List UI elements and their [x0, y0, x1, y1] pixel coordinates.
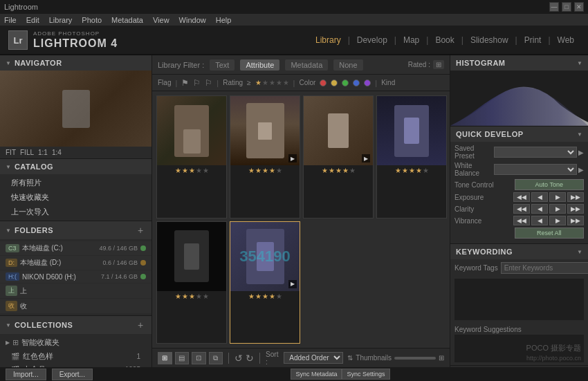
right-panel: Histogram ▼: [450, 55, 588, 367]
window-controls[interactable]: — □ ✕: [549, 2, 584, 12]
menu-help[interactable]: Help: [216, 16, 232, 24]
maximize-button[interactable]: □: [562, 2, 571, 12]
app-title: Lightroom: [4, 3, 38, 11]
navigator-header[interactable]: ▼ Navigator: [0, 55, 151, 71]
folder-collect[interactable]: 收 收: [0, 299, 151, 313]
sort-direction-button[interactable]: ⇅: [347, 354, 353, 362]
survey-view-button[interactable]: ⧉: [209, 352, 223, 364]
vib-dbl-plus[interactable]: ▶▶: [567, 216, 584, 225]
module-print[interactable]: Print: [519, 32, 547, 48]
wb-arrow[interactable]: ▶: [578, 166, 584, 174]
rotate-left-button[interactable]: ↺: [235, 353, 243, 364]
expand-button[interactable]: ⊞: [433, 60, 444, 69]
catalog-last-import[interactable]: 上一次导入: [0, 205, 151, 219]
menu-file[interactable]: File: [4, 16, 17, 24]
keyword-input[interactable]: [501, 262, 588, 274]
nav-1-1[interactable]: 1:1: [38, 149, 48, 156]
rotate-right-button[interactable]: ↻: [246, 353, 254, 364]
nav-fit[interactable]: FIT: [6, 149, 16, 156]
preset-select[interactable]: [494, 147, 577, 158]
photo-cell-1[interactable]: ★ ★ ★ ★ ★: [156, 95, 227, 219]
collection-group-smart[interactable]: ▶ ⊞ 智能收藏夹: [0, 335, 151, 350]
folders-add-button[interactable]: +: [135, 225, 146, 236]
tone-label: Tone Control: [454, 181, 515, 189]
nav-1-4[interactable]: 1:4: [52, 149, 62, 156]
photo-arrow-6: ▶: [288, 280, 297, 288]
menu-view[interactable]: View: [153, 16, 169, 24]
close-button[interactable]: ✕: [574, 2, 584, 12]
color-blue[interactable]: [353, 80, 360, 86]
collection-red[interactable]: 🎬 红色色样 1: [0, 350, 151, 363]
reject-icon[interactable]: ⚐: [205, 78, 212, 88]
folder-up[interactable]: 上 上: [0, 284, 151, 298]
module-library[interactable]: Library: [310, 32, 347, 48]
exposure-dbl-plus[interactable]: ▶▶: [567, 192, 584, 202]
menu-photo[interactable]: Photo: [82, 16, 102, 24]
exposure-minus[interactable]: ◀: [531, 192, 548, 202]
sort-select[interactable]: Added Order: [284, 352, 343, 364]
collections-add-button[interactable]: +: [135, 319, 146, 331]
module-book[interactable]: Book: [430, 32, 459, 48]
clarity-plus[interactable]: ▶: [549, 204, 566, 214]
reset-all-button[interactable]: Reset All: [515, 227, 585, 239]
module-develop[interactable]: Develop: [351, 32, 393, 48]
minimize-button[interactable]: —: [549, 2, 559, 12]
import-button[interactable]: Import...: [6, 369, 46, 380]
menu-window[interactable]: Window: [179, 16, 206, 24]
photo-stars-1: ★ ★ ★ ★ ★: [175, 165, 209, 176]
photo-cell-5[interactable]: ★ ★ ★ ★ ★: [156, 221, 227, 344]
quick-develop-header[interactable]: Quick Develop ▼: [450, 127, 588, 142]
grid-view-button[interactable]: ⊞: [158, 352, 172, 364]
catalog-quick-collection[interactable]: 快速收藏夹: [0, 190, 151, 205]
flag-icon[interactable]: ⚑: [181, 78, 189, 88]
unflag-icon[interactable]: ⚐: [193, 78, 201, 88]
folder-indicator-c: [140, 245, 146, 251]
menu-library[interactable]: Library: [49, 16, 73, 24]
folder-c[interactable]: C3 本地磁盘 (C:) 49.6 / 146 GB: [0, 241, 151, 255]
sync-settings-button[interactable]: Sync Settings: [342, 369, 389, 380]
collections-header[interactable]: ▼ Collections +: [0, 316, 151, 334]
vib-dbl-minus[interactable]: ◀◀: [513, 216, 530, 225]
color-purple[interactable]: [364, 80, 371, 86]
photo-cell-6[interactable]: 354190 ▶ ★ ★ ★ ★ ★: [230, 221, 300, 344]
photo-cell-4[interactable]: ★ ★ ★ ★ ★: [376, 95, 447, 219]
vib-plus[interactable]: ▶: [549, 216, 566, 225]
preset-arrow[interactable]: ▶: [578, 149, 584, 156]
filter-tab-text[interactable]: Text: [210, 59, 235, 71]
thumbnail-size-slider[interactable]: [394, 357, 436, 360]
catalog-all-photos[interactable]: 所有照片: [0, 176, 151, 190]
menu-edit[interactable]: Edit: [26, 16, 39, 24]
clarity-minus[interactable]: ◀: [531, 204, 548, 214]
module-slideshow[interactable]: Slideshow: [465, 32, 514, 48]
clarity-dbl-plus[interactable]: ▶▶: [567, 204, 584, 214]
module-map[interactable]: Map: [398, 32, 425, 48]
module-web[interactable]: Web: [552, 32, 580, 48]
folder-h[interactable]: H:( NIKON D600 (H:) 7.1 / 14.6 GB: [0, 270, 151, 283]
histogram-header[interactable]: Histogram ▼: [450, 55, 588, 71]
exposure-plus[interactable]: ▶: [549, 192, 566, 202]
keywording-header[interactable]: Keywording ▼: [450, 244, 588, 259]
filter-tab-none[interactable]: None: [333, 59, 362, 71]
menu-metadata[interactable]: Metadata: [111, 16, 143, 24]
filter-tab-metadata[interactable]: Metadata: [285, 59, 328, 71]
color-red[interactable]: [320, 80, 327, 86]
loupe-view-button[interactable]: ▤: [175, 352, 190, 364]
catalog-header[interactable]: ▼ Catalog: [0, 159, 151, 174]
sync-metadata-button[interactable]: Sync Metadata: [291, 369, 342, 380]
exposure-dbl-minus[interactable]: ◀◀: [513, 192, 530, 202]
wb-select[interactable]: [494, 164, 577, 175]
filter-tab-attribute[interactable]: Attribute: [240, 59, 279, 71]
clarity-dbl-minus[interactable]: ◀◀: [513, 204, 530, 214]
nav-fill[interactable]: FILL: [20, 149, 34, 156]
export-button[interactable]: Export...: [52, 369, 93, 380]
folders-header[interactable]: ▼ Folders +: [0, 221, 151, 239]
auto-tone-button[interactable]: Auto Tone: [515, 179, 585, 190]
vib-minus[interactable]: ◀: [531, 216, 548, 225]
expand-icon[interactable]: ⊞: [439, 354, 444, 362]
color-yellow[interactable]: [331, 80, 338, 86]
color-green[interactable]: [342, 80, 349, 86]
photo-cell-2[interactable]: ▶ ★ ★ ★ ★ ★: [230, 95, 300, 219]
folder-d[interactable]: D: 本地磁盘 (D:) 0.6 / 146 GB: [0, 256, 151, 270]
compare-view-button[interactable]: ⊡: [192, 352, 206, 364]
photo-cell-3[interactable]: ▶ ★ ★ ★ ★ ★: [303, 95, 374, 219]
